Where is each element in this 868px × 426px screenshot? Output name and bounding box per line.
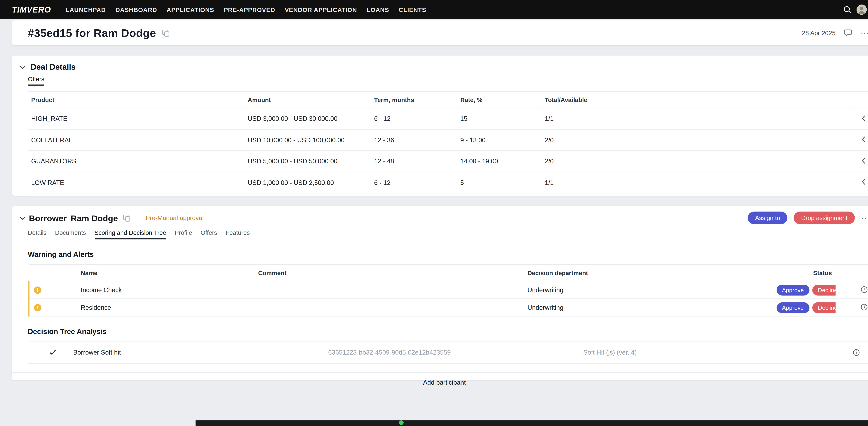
col-product: Product <box>28 92 244 108</box>
row-expand-icon[interactable] <box>862 115 866 121</box>
warning-comment <box>255 281 524 299</box>
col-total-available: Total/Available <box>541 92 852 108</box>
deal-details-title: Deal Details <box>31 62 75 72</box>
tab-details[interactable]: Details <box>28 229 46 239</box>
decline-button[interactable]: Decline <box>812 285 835 295</box>
comment-icon[interactable] <box>844 29 852 36</box>
section-chevron-icon[interactable] <box>19 216 26 220</box>
warning-name: Residence <box>78 299 255 316</box>
offer-term: 6 - 12 <box>371 172 457 193</box>
col-expand <box>852 92 868 108</box>
logo[interactable]: TIMVERO <box>12 5 51 14</box>
tab-offers[interactable]: Offers <box>28 76 44 86</box>
offer-total: 2/0 <box>541 151 852 172</box>
check-icon[interactable] <box>32 349 73 355</box>
col-warning-icon <box>29 265 78 281</box>
warning-name: Income Check <box>78 281 255 299</box>
more-icon[interactable]: ⋯ <box>861 214 868 222</box>
offer-row[interactable]: LOW RATE USD 1,000.00 - USD 2,500.00 6 -… <box>28 172 868 193</box>
tab-documents[interactable]: Documents <box>55 229 86 239</box>
offer-rate: 5 <box>457 172 541 193</box>
deal-details-header: Deal Details <box>19 62 868 72</box>
col-amount: Amount <box>244 92 371 108</box>
decline-button[interactable]: Decline <box>812 302 835 313</box>
offer-row[interactable]: GUARANTORS USD 5,000.00 - USD 50,000.00 … <box>28 151 868 172</box>
offer-amount: USD 1,000.00 - USD 2,500.00 <box>244 172 371 193</box>
tab-profile[interactable]: Profile <box>175 229 192 239</box>
nav-item-pre-approved[interactable]: PRE-APPROVED <box>224 6 275 13</box>
deal-details-card: Deal Details Offers Product Amount Term,… <box>12 56 868 196</box>
row-expand-icon[interactable] <box>862 158 866 164</box>
nav-item-launchpad[interactable]: LAUNCHPAD <box>66 6 106 13</box>
offer-amount: USD 3,000.00 - USD 30,000.00 <box>244 108 371 129</box>
warnings-title: Warning and Alerts <box>28 250 868 259</box>
borrower-card: Borrower Ram Dodge Pre-Manual approval A… <box>12 206 868 380</box>
col-status: Status <box>773 265 835 281</box>
avatar[interactable] <box>857 4 867 15</box>
green-indicator-dot <box>399 420 404 425</box>
history-icon[interactable] <box>860 303 867 310</box>
decision-tree-id: 63651223-bb32-4509-90d5-02e12b423559 <box>328 349 583 356</box>
offers-table-header-row: Product Amount Term, months Rate, % Tota… <box>28 92 868 108</box>
top-nav: TIMVERO LAUNCHPAD DASHBOARD APPLICATIONS… <box>0 0 868 19</box>
decision-tree-row[interactable]: Borrower Soft hit 63651223-bb32-4509-90d… <box>28 341 868 364</box>
copy-icon[interactable] <box>162 29 169 36</box>
warnings-header-row: Name Comment Decision department Status <box>29 265 868 281</box>
warnings-table: Name Comment Decision department Status … <box>28 264 868 316</box>
offer-term: 12 - 36 <box>371 129 457 150</box>
tab-scoring-and-decision-tree[interactable]: Scoring and Decision Tree <box>94 229 166 239</box>
offer-term: 6 - 12 <box>371 108 457 129</box>
nav-item-loans[interactable]: LOANS <box>367 6 389 13</box>
add-participant-button[interactable]: Add participant <box>12 372 868 391</box>
warning-row[interactable]: Income Check Underwriting Approve Declin… <box>29 281 868 299</box>
tab-features[interactable]: Features <box>226 229 250 239</box>
approve-button[interactable]: Approve <box>776 302 809 313</box>
offer-row[interactable]: COLLATERAL USD 10,000.00 - USD 100,000.0… <box>28 129 868 150</box>
nav-right <box>843 4 868 15</box>
approve-button[interactable]: Approve <box>776 285 809 295</box>
more-icon[interactable]: ⋯ <box>861 29 868 37</box>
offer-amount: USD 5,000.00 - USD 50,000.00 <box>244 151 371 172</box>
col-decision-department: Decision department <box>524 265 773 281</box>
borrower-name: Ram Dodge <box>71 213 118 223</box>
bottom-bar <box>196 420 868 426</box>
assign-to-button[interactable]: Assign to <box>748 211 787 224</box>
warning-comment <box>255 299 524 316</box>
info-icon[interactable] <box>852 349 860 356</box>
offer-product: COLLATERAL <box>28 129 244 150</box>
nav-item-vendor-application[interactable]: VENDOR APPLICATION <box>285 6 357 13</box>
drop-assignment-button[interactable]: Drop assignment <box>794 211 855 224</box>
col-term: Term, months <box>371 92 457 108</box>
warning-icon <box>34 304 41 311</box>
nav-item-dashboard[interactable]: DASHBOARD <box>116 6 157 13</box>
copy-icon[interactable] <box>123 214 130 221</box>
offer-row[interactable]: HIGH_RATE USD 3,000.00 - USD 30,000.00 6… <box>28 108 868 129</box>
warning-row[interactable]: Residence Underwriting Approve Decline <box>29 299 868 316</box>
main-nav: LAUNCHPAD DASHBOARD APPLICATIONS PRE-APP… <box>66 6 426 13</box>
offer-total: 2/0 <box>541 129 852 150</box>
warning-icon <box>34 286 41 294</box>
row-expand-icon[interactable] <box>867 349 868 356</box>
section-chevron-icon[interactable] <box>19 65 26 69</box>
row-expand-icon[interactable] <box>862 136 866 143</box>
row-expand-icon[interactable] <box>862 179 866 185</box>
page-title: #35ed15 for Ram Dodge <box>28 26 156 39</box>
offer-product: LOW RATE <box>28 172 244 193</box>
offer-rate: 14.00 - 19.00 <box>457 151 541 172</box>
nav-item-clients[interactable]: CLIENTS <box>399 6 426 13</box>
col-rate: Rate, % <box>457 92 541 108</box>
warning-department: Underwriting <box>524 299 773 316</box>
offer-product: GUARANTORS <box>28 151 244 172</box>
col-comment: Comment <box>255 265 524 281</box>
offer-rate: 9 - 13.00 <box>457 129 541 150</box>
status-badge: Pre-Manual approval <box>146 215 204 221</box>
search-icon[interactable] <box>843 6 851 14</box>
col-name: Name <box>78 265 255 281</box>
history-icon[interactable] <box>860 286 867 293</box>
deal-tabs: Offers <box>28 76 868 86</box>
tab-offers[interactable]: Offers <box>201 229 217 239</box>
page-header-actions: 28 Apr 2025 ⋯ <box>802 29 868 37</box>
borrower-header: Borrower Ram Dodge Pre-Manual approval A… <box>19 211 868 224</box>
nav-item-applications[interactable]: APPLICATIONS <box>167 6 214 13</box>
app-root: TIMVERO LAUNCHPAD DASHBOARD APPLICATIONS… <box>0 0 868 426</box>
